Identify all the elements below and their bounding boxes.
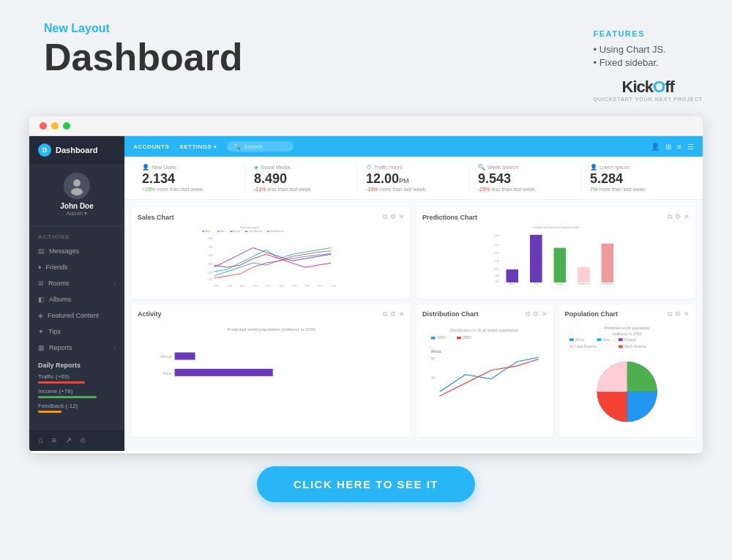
activity-close-icon[interactable]: ✕: [399, 310, 405, 318]
sidebar-item-rooms[interactable]: ⊞ Rooms ‹: [29, 275, 124, 291]
pop-copy-icon[interactable]: ⧉: [668, 310, 672, 318]
distribution-chart-actions: ⧉ ⚙ ✕: [526, 310, 548, 318]
stat-traffic-label: ⏱ Traffic hours: [366, 164, 461, 171]
activity-chart-title: Activity: [138, 310, 162, 318]
activity-copy-icon[interactable]: ⧉: [383, 310, 387, 318]
stat-social-change: -11% less than last week.: [254, 187, 349, 192]
search-box[interactable]: 🔍: [227, 141, 294, 152]
report-traffic-label: Traffic (+69): [38, 373, 116, 380]
predictions-copy-icon[interactable]: ⧉: [668, 213, 672, 221]
svg-text:2050: 2050: [463, 335, 471, 340]
stats-bar: 👤 New Users 2.134 +15% more than last we…: [124, 157, 703, 200]
cta-button[interactable]: CLICK HERE TO SEE IT: [257, 466, 475, 502]
predictions-close-icon[interactable]: ✕: [684, 213, 690, 221]
user-nav-icon[interactable]: 👤: [651, 143, 660, 151]
distribution-chart-svg: Distribution in % of world population 19…: [422, 321, 548, 428]
dist-copy-icon[interactable]: ⧉: [526, 310, 530, 318]
stat-social-icon: ◈: [254, 164, 258, 171]
menu-nav-icon[interactable]: ☰: [687, 143, 694, 151]
population-chart-card: Population Chart ⧉ ⚙ ✕ Predicted world p…: [559, 305, 696, 437]
svg-text:6000: 6000: [208, 254, 213, 257]
svg-text:4000: 4000: [495, 252, 500, 255]
nav-settings[interactable]: SETTINGS: [179, 143, 217, 150]
stat-search: 🔍 Week Search 9.543 -23% less than last …: [471, 164, 581, 192]
sales-settings-icon[interactable]: ⚙: [390, 213, 396, 221]
search-input[interactable]: [244, 143, 288, 150]
sidebar-item-featured[interactable]: ◈ Featured Content: [29, 307, 124, 324]
sidebar-label-tips: Tips: [48, 328, 61, 335]
distribution-chart-card: Distribution Chart ⧉ ⚙ ✕ Distribution in…: [417, 305, 553, 437]
stat-new-users-icon: 👤: [142, 164, 149, 171]
search-icon: 🔍: [233, 143, 241, 150]
sidebar-item-albums[interactable]: ◧ Albums: [29, 291, 124, 307]
nav-accounts[interactable]: ACCOUNTS: [133, 143, 169, 150]
featured-icon: ◈: [38, 312, 43, 319]
svg-text:Africa: Africa: [431, 349, 441, 354]
svg-text:Europe: Europe: [234, 230, 241, 233]
sidebar-item-friends[interactable]: ♦ Friends: [29, 259, 124, 275]
activity-settings-icon[interactable]: ⚙: [390, 310, 396, 318]
sidebar-item-messages[interactable]: ▤ Messages: [29, 243, 124, 259]
sidebar-footer: ⌂ ≡ ↗ ⎋: [29, 430, 124, 451]
footer-logout-icon[interactable]: ⎋: [81, 436, 86, 445]
dot-yellow[interactable]: [51, 122, 59, 130]
dashboard: D Dashboard John Doe Admin ▾ ACTIONS: [29, 136, 703, 451]
predictions-settings-icon[interactable]: ⚙: [675, 213, 681, 221]
stat-new-users: 👤 New Users 2.134 +15% more than last we…: [135, 164, 245, 192]
report-income: Income (+78): [38, 388, 116, 398]
tips-icon: ✦: [38, 328, 44, 335]
actions-label: ACTIONS: [29, 226, 124, 243]
activity-chart-header: Activity ⧉ ⚙ ✕: [138, 310, 405, 318]
pop-settings-icon[interactable]: ⚙: [675, 310, 681, 318]
svg-text:Latin America: Latin America: [249, 230, 262, 233]
svg-text:Asia: Asia: [163, 370, 172, 375]
svg-text:Predicted world population: Predicted world population: [604, 326, 649, 330]
sidebar-item-reports[interactable]: ▦ Reports ‹: [29, 340, 124, 356]
footer-list-icon[interactable]: ≡: [52, 436, 56, 445]
dot-red[interactable]: [40, 122, 47, 130]
grid-nav-icon[interactable]: ⊞: [665, 143, 671, 151]
svg-text:3500: 3500: [495, 260, 500, 263]
svg-text:Africa: Africa: [160, 354, 171, 359]
svg-text:Predicted world population (mi: Predicted world population (millions) in…: [227, 326, 315, 332]
svg-text:1900: 1900: [437, 335, 446, 340]
stat-new-users-label: 👤 New Users: [142, 164, 237, 171]
rooms-icon: ⊞: [38, 280, 44, 287]
svg-text:2017: 2017: [318, 285, 323, 288]
pop-close-icon[interactable]: ✕: [684, 310, 690, 318]
svg-rect-54: [175, 352, 195, 359]
dot-green[interactable]: [63, 122, 70, 130]
stat-search-change: -23% less than last week.: [478, 187, 573, 192]
sidebar-label-reports: Reports: [49, 344, 72, 351]
predictions-chart-actions: ⧉ ⚙ ✕: [668, 213, 690, 221]
report-feedback-label: Feedback (-12): [38, 403, 116, 409]
svg-text:Africa: Africa: [206, 230, 212, 233]
reports-icon: ▦: [38, 344, 45, 351]
svg-text:3000: 3000: [208, 278, 213, 281]
browser-bar: [29, 116, 703, 136]
svg-rect-75: [618, 345, 622, 348]
svg-rect-46: [554, 248, 567, 283]
footer-share-icon[interactable]: ↗: [65, 436, 72, 445]
dist-close-icon[interactable]: ✕: [542, 310, 548, 318]
albums-icon: ◧: [38, 296, 45, 303]
sales-chart-title: Sales Chart: [138, 214, 174, 221]
svg-rect-42: [506, 269, 518, 283]
sidebar-item-tips[interactable]: ✦ Tips: [29, 324, 124, 340]
svg-text:5000: 5000: [495, 234, 500, 237]
feature-1: Using Chart JS.: [594, 44, 666, 55]
footer-home-icon[interactable]: ⌂: [38, 436, 43, 445]
main-content: ACCOUNTS SETTINGS 🔍 👤 ⊞ ≡ ☰ 👤: [124, 136, 703, 451]
sidebar-label-featured: Featured Content: [48, 312, 99, 319]
svg-rect-58: [431, 337, 436, 340]
svg-rect-67: [569, 338, 573, 341]
svg-rect-3: [202, 231, 205, 231]
messages-icon: ▤: [38, 247, 45, 255]
list-nav-icon[interactable]: ≡: [677, 143, 681, 151]
page-header: New Layout Dashboard FEATURES Using Char…: [0, 0, 732, 116]
sales-copy-icon[interactable]: ⧉: [383, 213, 387, 221]
sales-chart-actions: ⧉ ⚙ ✕: [383, 213, 405, 221]
dist-settings-icon[interactable]: ⚙: [533, 310, 539, 318]
distribution-chart-title: Distribution Chart: [422, 310, 479, 318]
sales-close-icon[interactable]: ✕: [399, 213, 405, 221]
